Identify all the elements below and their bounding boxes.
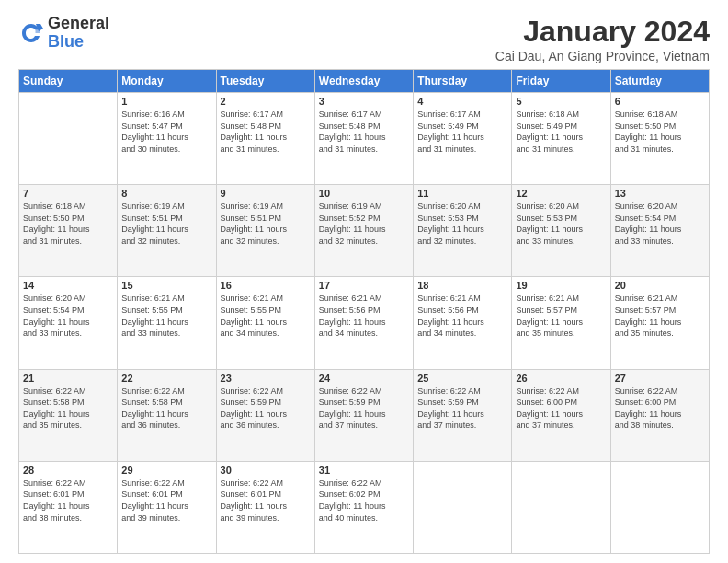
table-row: 22Sunrise: 6:22 AM Sunset: 5:58 PM Dayli… <box>118 369 216 461</box>
col-saturday: Saturday <box>610 70 709 93</box>
table-row: 31Sunrise: 6:22 AM Sunset: 6:02 PM Dayli… <box>314 461 413 553</box>
month-title: January 2024 <box>495 15 710 49</box>
table-row: 19Sunrise: 6:21 AM Sunset: 5:57 PM Dayli… <box>512 277 610 369</box>
day-number: 9 <box>221 188 311 199</box>
day-number: 28 <box>23 465 113 476</box>
logo-text: General Blue <box>48 15 109 52</box>
logo-blue-text: Blue <box>48 33 109 52</box>
table-row <box>610 461 709 553</box>
day-info: Sunrise: 6:18 AM Sunset: 5:50 PM Dayligh… <box>23 201 113 247</box>
day-number: 22 <box>121 373 211 384</box>
day-number: 30 <box>221 465 311 476</box>
col-thursday: Thursday <box>414 70 512 93</box>
day-number: 23 <box>221 373 311 384</box>
day-number: 13 <box>615 188 705 199</box>
day-info: Sunrise: 6:21 AM Sunset: 5:57 PM Dayligh… <box>615 293 705 339</box>
day-number: 21 <box>23 373 113 384</box>
day-number: 11 <box>417 188 507 199</box>
day-info: Sunrise: 6:21 AM Sunset: 5:56 PM Dayligh… <box>319 293 409 339</box>
calendar-week-row: 7Sunrise: 6:18 AM Sunset: 5:50 PM Daylig… <box>19 185 710 277</box>
day-info: Sunrise: 6:20 AM Sunset: 5:54 PM Dayligh… <box>23 293 113 339</box>
day-info: Sunrise: 6:19 AM Sunset: 5:51 PM Dayligh… <box>221 201 311 247</box>
day-info: Sunrise: 6:22 AM Sunset: 6:02 PM Dayligh… <box>319 477 409 523</box>
table-row: 30Sunrise: 6:22 AM Sunset: 6:01 PM Dayli… <box>216 461 314 553</box>
col-monday: Monday <box>118 70 216 93</box>
day-info: Sunrise: 6:22 AM Sunset: 6:00 PM Dayligh… <box>516 385 606 431</box>
calendar-header-row: Sunday Monday Tuesday Wednesday Thursday… <box>19 70 710 93</box>
table-row: 6Sunrise: 6:18 AM Sunset: 5:50 PM Daylig… <box>610 93 709 185</box>
day-info: Sunrise: 6:16 AM Sunset: 5:47 PM Dayligh… <box>121 109 211 155</box>
table-row: 27Sunrise: 6:22 AM Sunset: 6:00 PM Dayli… <box>610 369 709 461</box>
day-info: Sunrise: 6:22 AM Sunset: 6:01 PM Dayligh… <box>121 477 211 523</box>
day-number: 17 <box>319 280 409 291</box>
calendar-week-row: 21Sunrise: 6:22 AM Sunset: 5:58 PM Dayli… <box>19 369 710 461</box>
col-wednesday: Wednesday <box>314 70 413 93</box>
day-number: 31 <box>319 465 409 476</box>
table-row: 11Sunrise: 6:20 AM Sunset: 5:53 PM Dayli… <box>414 185 512 277</box>
table-row: 29Sunrise: 6:22 AM Sunset: 6:01 PM Dayli… <box>118 461 216 553</box>
table-row: 20Sunrise: 6:21 AM Sunset: 5:57 PM Dayli… <box>610 277 709 369</box>
table-row: 2Sunrise: 6:17 AM Sunset: 5:48 PM Daylig… <box>216 93 314 185</box>
day-info: Sunrise: 6:22 AM Sunset: 5:59 PM Dayligh… <box>417 385 507 431</box>
day-info: Sunrise: 6:22 AM Sunset: 5:59 PM Dayligh… <box>319 385 409 431</box>
day-number: 20 <box>615 280 705 291</box>
day-info: Sunrise: 6:19 AM Sunset: 5:52 PM Dayligh… <box>319 201 409 247</box>
day-info: Sunrise: 6:22 AM Sunset: 6:01 PM Dayligh… <box>23 477 113 523</box>
day-number: 1 <box>121 96 211 107</box>
day-number: 7 <box>23 188 113 199</box>
table-row: 21Sunrise: 6:22 AM Sunset: 5:58 PM Dayli… <box>19 369 118 461</box>
day-info: Sunrise: 6:17 AM Sunset: 5:49 PM Dayligh… <box>417 109 507 155</box>
calendar-week-row: 14Sunrise: 6:20 AM Sunset: 5:54 PM Dayli… <box>19 277 710 369</box>
table-row: 13Sunrise: 6:20 AM Sunset: 5:54 PM Dayli… <box>610 185 709 277</box>
day-info: Sunrise: 6:19 AM Sunset: 5:51 PM Dayligh… <box>121 201 211 247</box>
table-row <box>512 461 610 553</box>
calendar-week-row: 1Sunrise: 6:16 AM Sunset: 5:47 PM Daylig… <box>19 93 710 185</box>
day-number: 16 <box>221 280 311 291</box>
day-number: 19 <box>516 280 606 291</box>
day-info: Sunrise: 6:21 AM Sunset: 5:57 PM Dayligh… <box>516 293 606 339</box>
table-row <box>414 461 512 553</box>
day-info: Sunrise: 6:17 AM Sunset: 5:48 PM Dayligh… <box>221 109 311 155</box>
logo-icon <box>18 20 44 46</box>
calendar-week-row: 28Sunrise: 6:22 AM Sunset: 6:01 PM Dayli… <box>19 461 710 553</box>
title-block: January 2024 Cai Dau, An Giang Province,… <box>495 15 710 63</box>
day-number: 15 <box>121 280 211 291</box>
table-row: 4Sunrise: 6:17 AM Sunset: 5:49 PM Daylig… <box>414 93 512 185</box>
table-row: 12Sunrise: 6:20 AM Sunset: 5:53 PM Dayli… <box>512 185 610 277</box>
col-sunday: Sunday <box>19 70 118 93</box>
day-info: Sunrise: 6:17 AM Sunset: 5:48 PM Dayligh… <box>319 109 409 155</box>
day-number: 18 <box>417 280 507 291</box>
location-subtitle: Cai Dau, An Giang Province, Vietnam <box>495 49 710 63</box>
table-row: 7Sunrise: 6:18 AM Sunset: 5:50 PM Daylig… <box>19 185 118 277</box>
table-row: 17Sunrise: 6:21 AM Sunset: 5:56 PM Dayli… <box>314 277 413 369</box>
day-number: 3 <box>319 96 409 107</box>
calendar-table: Sunday Monday Tuesday Wednesday Thursday… <box>18 69 710 554</box>
day-info: Sunrise: 6:22 AM Sunset: 6:01 PM Dayligh… <box>221 477 311 523</box>
logo: General Blue <box>18 15 109 52</box>
table-row: 15Sunrise: 6:21 AM Sunset: 5:55 PM Dayli… <box>118 277 216 369</box>
day-info: Sunrise: 6:22 AM Sunset: 5:58 PM Dayligh… <box>121 385 211 431</box>
day-number: 26 <box>516 373 606 384</box>
day-info: Sunrise: 6:21 AM Sunset: 5:55 PM Dayligh… <box>121 293 211 339</box>
table-row: 26Sunrise: 6:22 AM Sunset: 6:00 PM Dayli… <box>512 369 610 461</box>
table-row: 1Sunrise: 6:16 AM Sunset: 5:47 PM Daylig… <box>118 93 216 185</box>
day-info: Sunrise: 6:22 AM Sunset: 6:00 PM Dayligh… <box>615 385 705 431</box>
day-number: 8 <box>121 188 211 199</box>
table-row: 18Sunrise: 6:21 AM Sunset: 5:56 PM Dayli… <box>414 277 512 369</box>
day-info: Sunrise: 6:18 AM Sunset: 5:50 PM Dayligh… <box>615 109 705 155</box>
table-row: 23Sunrise: 6:22 AM Sunset: 5:59 PM Dayli… <box>216 369 314 461</box>
day-info: Sunrise: 6:20 AM Sunset: 5:53 PM Dayligh… <box>516 201 606 247</box>
table-row: 24Sunrise: 6:22 AM Sunset: 5:59 PM Dayli… <box>314 369 413 461</box>
day-info: Sunrise: 6:20 AM Sunset: 5:53 PM Dayligh… <box>417 201 507 247</box>
col-friday: Friday <box>512 70 610 93</box>
day-number: 10 <box>319 188 409 199</box>
col-tuesday: Tuesday <box>216 70 314 93</box>
day-number: 14 <box>23 280 113 291</box>
day-info: Sunrise: 6:20 AM Sunset: 5:54 PM Dayligh… <box>615 201 705 247</box>
table-row: 5Sunrise: 6:18 AM Sunset: 5:49 PM Daylig… <box>512 93 610 185</box>
table-row: 16Sunrise: 6:21 AM Sunset: 5:55 PM Dayli… <box>216 277 314 369</box>
day-number: 25 <box>417 373 507 384</box>
table-row: 10Sunrise: 6:19 AM Sunset: 5:52 PM Dayli… <box>314 185 413 277</box>
day-info: Sunrise: 6:21 AM Sunset: 5:56 PM Dayligh… <box>417 293 507 339</box>
table-row: 14Sunrise: 6:20 AM Sunset: 5:54 PM Dayli… <box>19 277 118 369</box>
